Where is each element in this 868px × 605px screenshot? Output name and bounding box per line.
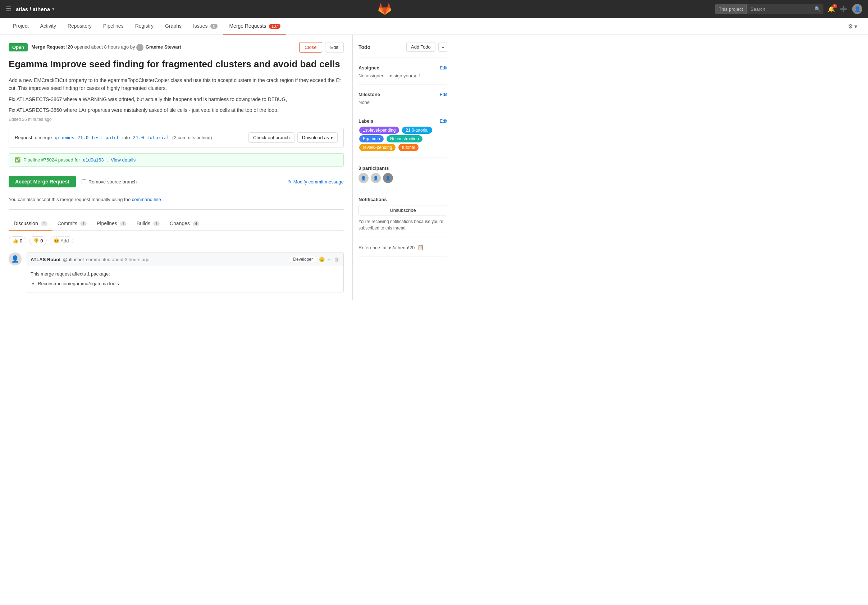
reference-row: Reference: atlas/athena!20 📋 xyxy=(358,245,447,250)
comment-header: ATLAS Robot @atlasbot commented about 3 … xyxy=(26,253,343,266)
remove-branch-label[interactable]: Remove source branch xyxy=(82,179,136,185)
label-egamma[interactable]: Egamma xyxy=(359,135,384,143)
nav-project[interactable]: Project xyxy=(7,18,34,34)
brand-text: atlas / athena xyxy=(16,6,50,12)
settings-icon[interactable]: ⚙ ▾ xyxy=(844,19,861,33)
comment-handle: @atlasbot xyxy=(63,257,84,262)
label-tutorial[interactable]: tutorial xyxy=(398,144,418,151)
hamburger-icon[interactable]: ☰ xyxy=(6,5,11,13)
add-todo-button[interactable]: Add Todo xyxy=(406,42,436,52)
nav-graphs[interactable]: Graphs xyxy=(159,18,188,34)
labels-list: 1st-level-pending 21.0-tutorial Egamma R… xyxy=(358,126,447,152)
edit-comment-icon[interactable]: ✏ xyxy=(327,257,332,262)
nav-registry[interactable]: Registry xyxy=(129,18,159,34)
label-review-pending[interactable]: review-pending xyxy=(359,144,395,151)
pipeline-view-link[interactable]: View details xyxy=(111,157,136,163)
target-branch-link[interactable]: 21.0-tutorial xyxy=(133,135,169,140)
participant-1-avatar: 👤 xyxy=(358,173,369,183)
milestone-section: Milestone Edit None xyxy=(358,92,447,111)
milestone-edit-link[interactable]: Edit xyxy=(440,92,447,97)
author-avatar-small xyxy=(136,44,143,51)
notifications-section: Notifications Unsubscribe You're receivi… xyxy=(358,196,447,237)
brand-chevron-icon: ▾ xyxy=(52,6,54,11)
user-avatar[interactable]: 👤 xyxy=(852,4,862,14)
command-line-link[interactable]: command line xyxy=(132,197,161,202)
mr-description-1: Add a new EMCrackEtCut property to to th… xyxy=(9,76,344,92)
top-navigation: ☰ atlas / athena ▾ This project 🔍 🔔 1 ➕ … xyxy=(0,0,868,18)
pipeline-commit-link[interactable]: e1d0a163 xyxy=(83,157,104,163)
milestone-row: Milestone Edit xyxy=(358,92,447,97)
assignee-section: Assignee Edit No assignee - assign yours… xyxy=(358,65,447,85)
emoji-reaction-icon[interactable]: 😊 xyxy=(319,257,325,262)
search-icon[interactable]: 🔍 xyxy=(812,4,823,14)
nav-activity[interactable]: Activity xyxy=(34,18,62,34)
add-emoji-button[interactable]: 😊 Add xyxy=(50,236,73,245)
tab-builds[interactable]: Builds 1 xyxy=(132,217,165,231)
assignee-value: No assignee - assign yourself xyxy=(358,73,420,78)
thumbs-up-count: 0 xyxy=(20,238,22,244)
mr-header: Open Merge Request !20 opened about 8 ho… xyxy=(9,42,344,53)
mr-title: Egamma Improve seed finding for fragment… xyxy=(9,58,344,70)
close-button[interactable]: Close xyxy=(299,42,322,53)
mr-opened-info: opened about 8 hours ago by xyxy=(74,44,136,50)
reference-section: Reference: atlas/athena!20 📋 xyxy=(358,245,447,256)
nav-repository[interactable]: Repository xyxy=(62,18,98,34)
label-21-tutorial[interactable]: 21.0-tutorial xyxy=(402,127,432,134)
tab-commits[interactable]: Commits 1 xyxy=(53,217,92,231)
mr-header-text: Merge Request !20 opened about 8 hours a… xyxy=(31,44,181,51)
participant-3-avatar: 👤 xyxy=(383,173,393,183)
search-project-label: This project xyxy=(715,4,747,14)
plus-icon[interactable]: ➕ xyxy=(840,6,847,12)
tab-pipelines[interactable]: Pipelines 1 xyxy=(92,217,132,231)
accept-bar: Accept Merge Request Remove source branc… xyxy=(9,172,344,191)
mr-sidebar: Todo Add Todo » Assignee Edit No assigne… xyxy=(352,35,453,299)
assignee-label: Assignee xyxy=(358,65,379,70)
nav-merge-requests[interactable]: Merge Requests 137 xyxy=(223,18,286,34)
comment-author: ATLAS Robot xyxy=(31,257,61,262)
accept-merge-button[interactable]: Accept Merge Request xyxy=(9,176,76,188)
notifications-text: You're receiving notifications because y… xyxy=(358,218,447,231)
source-branch-link[interactable]: graemes:21.0-test-patch xyxy=(55,135,119,140)
tab-changes[interactable]: Changes 4 xyxy=(165,217,204,231)
remove-branch-checkbox[interactable] xyxy=(82,180,86,184)
unsubscribe-button[interactable]: Unsubscribe xyxy=(358,205,447,216)
modify-commit-link[interactable]: ✎ Modify commit message xyxy=(288,179,344,185)
notification-icon[interactable]: 🔔 1 xyxy=(828,6,835,12)
edit-button[interactable]: Edit xyxy=(325,42,344,53)
into-text: into xyxy=(122,135,130,140)
pipeline-text: Pipeline #75024 passed for xyxy=(23,157,80,163)
search-input[interactable] xyxy=(747,4,812,14)
nav-issues[interactable]: Issues 0 xyxy=(188,18,223,34)
commenter-avatar: 👤 xyxy=(9,253,22,265)
checkout-branch-button[interactable]: Check out branch xyxy=(248,132,294,143)
label-1st-level-pending[interactable]: 1st-level-pending xyxy=(359,127,399,134)
mr-description-2: Fix ATLASRECTS-3867 where a WARNING was … xyxy=(9,95,344,103)
nav-icons: 🔔 1 ➕ 👤 xyxy=(828,4,862,14)
tab-discussion[interactable]: Discussion 1 xyxy=(9,217,53,231)
mr-header-actions: Close Edit xyxy=(299,42,344,53)
mr-tabs: Discussion 1 Commits 1 Pipelines 1 Build… xyxy=(9,217,344,231)
remove-branch-text: Remove source branch xyxy=(88,179,136,185)
download-button[interactable]: Download as ▾ xyxy=(298,132,338,143)
labels-section: Labels Edit 1st-level-pending 21.0-tutor… xyxy=(358,118,447,158)
top-nav-center xyxy=(59,3,711,16)
search-bar: This project 🔍 xyxy=(715,4,823,14)
pipeline-status-bar: ✅ Pipeline #75024 passed for e1d0a163 . … xyxy=(9,153,344,166)
delete-comment-icon[interactable]: 🗑 xyxy=(335,257,339,262)
label-reconstruction[interactable]: Reconstruction xyxy=(386,135,423,143)
secondary-navigation: Project Activity Repository Pipelines Re… xyxy=(0,18,868,35)
expand-button[interactable]: » xyxy=(438,42,447,52)
participants-list: 👤 👤 👤 xyxy=(358,173,447,183)
thumbs-down-button[interactable]: 👎 0 xyxy=(29,236,47,245)
labels-label: Labels xyxy=(358,118,373,124)
assignee-edit-link[interactable]: Edit xyxy=(440,65,447,70)
copy-reference-icon[interactable]: 📋 xyxy=(417,245,423,250)
main-content: Open Merge Request !20 opened about 8 ho… xyxy=(0,35,352,299)
nav-pipelines[interactable]: Pipelines xyxy=(98,18,129,34)
download-chevron-icon: ▾ xyxy=(330,135,333,140)
labels-edit-link[interactable]: Edit xyxy=(440,119,447,124)
pipeline-check-icon: ✅ xyxy=(15,157,20,163)
thumbs-up-button[interactable]: 👍 0 xyxy=(9,236,26,245)
thumbs-down-count: 0 xyxy=(40,238,43,244)
brand-link[interactable]: atlas / athena ▾ xyxy=(16,6,54,12)
